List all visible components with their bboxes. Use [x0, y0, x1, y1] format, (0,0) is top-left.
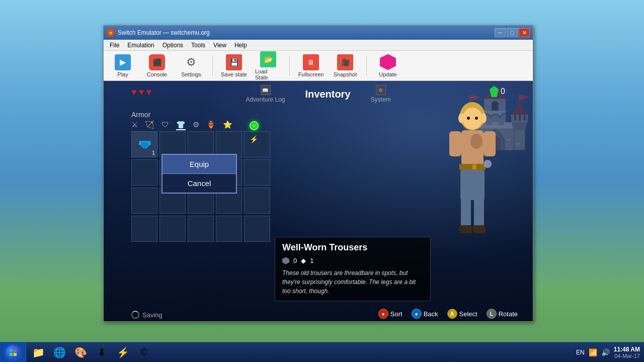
taskbar-app-flash[interactable]: ⚡ [113, 343, 133, 361]
system-label: System [371, 96, 391, 103]
svg-rect-21 [14, 353, 17, 356]
bottom-controls: ● Sort ● Back A Select L Rotate [378, 309, 518, 319]
menu-tools[interactable]: Tools [187, 41, 209, 50]
rupee-count: 0 [501, 87, 505, 96]
svg-rect-14 [449, 131, 461, 156]
start-button[interactable] [0, 342, 26, 363]
taskbar-app-explorer[interactable]: 📁 [28, 343, 48, 361]
minimize-button[interactable]: ─ [495, 28, 506, 37]
item-stats: 0 ◆ 1 [282, 257, 423, 264]
svg-point-7 [470, 134, 482, 149]
title-bar: ● Switch Emulator — switchemu.org ─ □ ✕ [104, 26, 533, 40]
item-count-0: 1 [152, 150, 155, 156]
svg-point-4 [467, 117, 470, 120]
inv-cell-3-1[interactable] [159, 216, 186, 242]
inv-cell-3-2[interactable] [188, 216, 214, 242]
inventory-title: Inventory [305, 88, 351, 100]
start-logo [9, 348, 17, 356]
save-state-icon: 💾 [226, 54, 242, 70]
heart-1: ♥ [131, 87, 137, 98]
menu-file[interactable]: File [106, 41, 123, 50]
taskbar-apps: 📁 🌐 🎨 ⬇ ⚡ © [26, 343, 572, 361]
adventure-log-label: Adventure Log [246, 96, 285, 103]
menu-options[interactable]: Options [158, 41, 187, 50]
inventory-header: 📖 Adventure Log Inventory ⚙ System [246, 85, 390, 103]
rupee-gem [490, 86, 499, 97]
inv-cell-2-0[interactable] [131, 188, 157, 214]
svg-rect-12 [459, 225, 472, 233]
update-label: Update [379, 71, 396, 77]
fullscreen-button[interactable]: 🖥 Fullscreen [296, 52, 326, 79]
inv-cell-3-4[interactable] [244, 216, 270, 242]
cat-special[interactable]: ⭐ [223, 120, 232, 130]
update-button[interactable]: Update [373, 52, 403, 79]
saving-text: Saving [142, 311, 163, 319]
select-btn[interactable]: A [447, 309, 457, 319]
menu-emulation[interactable]: Emulation [123, 41, 158, 50]
emulator-window: ● Switch Emulator — switchemu.org ─ □ ✕ … [103, 25, 533, 322]
inv-cell-3-3[interactable] [216, 216, 242, 242]
back-btn[interactable]: ● [412, 309, 422, 319]
back-control: ● Back [412, 309, 438, 319]
rotate-control: L Rotate [487, 309, 518, 319]
window-title: Switch Emulator — switchemu.org [118, 29, 210, 36]
inv-cell-1-4[interactable] [244, 159, 270, 186]
context-menu: Equip Cancel [162, 154, 237, 194]
menu-bar: File Emulation Options Tools View Help [104, 40, 533, 51]
save-state-button[interactable]: 💾 Save state [219, 52, 249, 79]
defense-separator: ◆ [301, 257, 306, 264]
cat-shield[interactable]: 🛡 [162, 120, 169, 130]
cat-sword[interactable]: ⚔ [131, 120, 138, 130]
category-icons-row: ⚔ 🏹 🛡 👕 ⚙ 🏺 ⭐ [131, 120, 232, 130]
inv-cell-2-4[interactable] [244, 188, 270, 214]
system-icon: ⚙ [376, 85, 386, 95]
inv-cell-3-0[interactable] [131, 216, 157, 242]
svg-point-16 [484, 160, 492, 168]
sort-btn[interactable]: ● [378, 309, 388, 319]
menu-view[interactable]: View [209, 41, 230, 50]
equip-button[interactable]: Equip [163, 155, 236, 174]
menu-help[interactable]: Help [230, 41, 251, 50]
clock-time: 11:48 AM [614, 346, 640, 353]
toolbar: ▶ Play ⬛ Console ⚙ Settings 💾 Save state… [104, 51, 533, 81]
close-button[interactable]: ✕ [519, 28, 530, 37]
clock-area: 11:48 AM 04-Mar-17 [614, 346, 640, 359]
cat-bow[interactable]: 🏹 [145, 120, 154, 130]
inv-cell-1-0[interactable] [131, 159, 157, 186]
inv-cell-0-0[interactable]: 🩲 1 [131, 131, 157, 157]
console-button[interactable]: ⬛ Console [142, 52, 172, 79]
svg-point-1 [462, 108, 482, 130]
adventure-log-icon: 📖 [260, 85, 270, 95]
load-state-button[interactable]: 📂 Load State [253, 49, 283, 82]
rotate-btn[interactable]: L [487, 309, 497, 319]
cat-armor-active[interactable]: 👕 [176, 120, 186, 130]
restore-button[interactable]: □ [507, 28, 518, 37]
snapshot-button[interactable]: 🎥 Snapshot [330, 52, 360, 79]
adventure-log-tab[interactable]: 📖 Adventure Log [246, 85, 285, 103]
system-tab[interactable]: ⚙ System [371, 85, 391, 103]
settings-button[interactable]: ⚙ Settings [176, 52, 206, 79]
cancel-button[interactable]: Cancel [163, 174, 236, 193]
defense-value: 0 [293, 257, 297, 264]
taskbar-app-photoshop[interactable]: 🎨 [70, 343, 91, 361]
taskbar-app-torrent[interactable]: ⬇ [92, 343, 112, 361]
fullscreen-label: Fullscreen [298, 71, 324, 77]
taskbar-app-cursed[interactable]: © [134, 343, 154, 361]
item-name: Well-Worn Trousers [282, 242, 423, 253]
heart-2: ♥ [139, 87, 144, 98]
controller-icons: ⚡ [250, 135, 258, 143]
sort-label: Sort [390, 310, 403, 318]
taskbar-icon-volume: 🔊 [601, 348, 610, 356]
cat-material[interactable]: 🏺 [206, 120, 216, 130]
toolbar-separator-2 [289, 56, 290, 76]
taskbar-app-chrome[interactable]: 🌐 [49, 343, 69, 361]
play-button[interactable]: ▶ Play [108, 52, 138, 79]
upgrade-value: 1 [310, 257, 313, 264]
game-area: 🏰 ♥ ♥ ♥ 📖 Adventure Log Inventory ⚙ Syst… [104, 81, 533, 321]
svg-rect-20 [10, 353, 13, 356]
saving-spinner [131, 311, 139, 319]
title-buttons: ─ □ ✕ [495, 28, 530, 37]
cat-gear[interactable]: ⚙ [193, 120, 199, 130]
back-label: Back [424, 310, 438, 318]
svg-rect-9 [460, 170, 485, 200]
